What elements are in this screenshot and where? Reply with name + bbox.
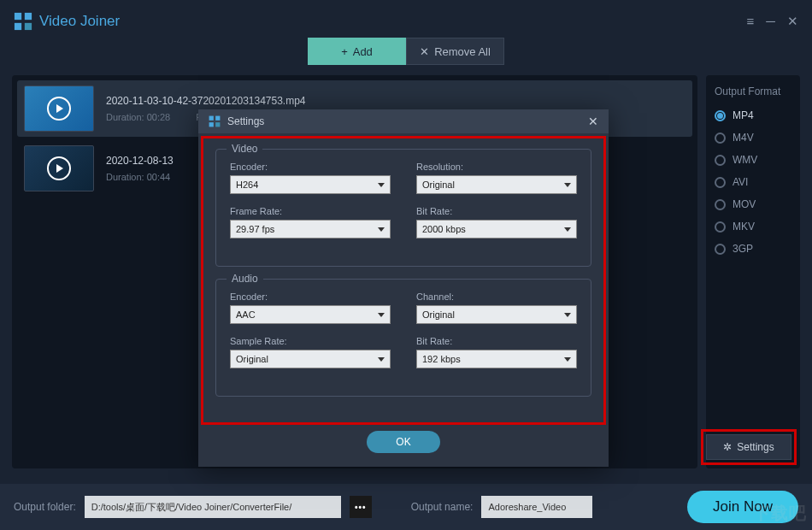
- svg-rect-0: [15, 13, 21, 20]
- settings-button-label: Settings: [737, 441, 774, 453]
- output-folder-input[interactable]: [85, 496, 341, 518]
- radio-icon: [715, 132, 726, 144]
- video-fieldset: Video Encoder: H264 Resolution: Original…: [215, 149, 591, 267]
- svg-rect-2: [15, 23, 21, 30]
- settings-icon: [209, 115, 221, 127]
- audio-channel-label: Channel:: [416, 292, 577, 302]
- output-name-input[interactable]: [481, 496, 592, 518]
- video-resolution-select[interactable]: Original: [416, 175, 577, 194]
- close-icon[interactable]: ✕: [787, 14, 798, 29]
- chevron-down-icon: [378, 313, 385, 317]
- svg-rect-6: [209, 122, 214, 127]
- svg-rect-1: [25, 13, 32, 20]
- video-framerate-label: Frame Rate:: [230, 206, 391, 216]
- settings-modal-footer: OK: [198, 427, 609, 467]
- radio-icon: [715, 244, 726, 255]
- remove-all-label: Remove All: [434, 45, 491, 58]
- format-radio-wmv[interactable]: WMV: [715, 154, 791, 166]
- ok-button[interactable]: OK: [367, 431, 440, 453]
- audio-encoder-label: Encoder:: [230, 292, 391, 302]
- app-title: Video Joiner: [39, 13, 120, 30]
- join-now-button[interactable]: Join Now: [687, 491, 798, 523]
- play-icon: [47, 156, 71, 180]
- output-format-panel: Output Format MP4 M4V WMV AVI MOV MKV 3G…: [706, 75, 800, 468]
- video-bitrate-select[interactable]: 2000 kbps: [416, 220, 577, 238]
- format-radio-avi[interactable]: AVI: [715, 176, 791, 188]
- radio-icon: [715, 177, 726, 188]
- chevron-down-icon: [378, 357, 385, 362]
- play-icon: [47, 97, 71, 121]
- format-radio-mkv[interactable]: MKV: [715, 221, 791, 233]
- video-thumbnail[interactable]: [24, 85, 94, 132]
- settings-button-highlight: ✲ Settings: [701, 429, 797, 465]
- video-encoder-select[interactable]: H264: [230, 175, 391, 194]
- chevron-down-icon: [564, 227, 571, 232]
- chevron-down-icon: [564, 183, 571, 187]
- gear-icon: ✲: [723, 441, 732, 453]
- video-framerate-select[interactable]: 29.97 fps: [230, 220, 391, 238]
- app-logo: Video Joiner: [14, 12, 120, 31]
- toolbar: + Add ✕ Remove All: [0, 38, 812, 68]
- format-radio-mp4[interactable]: MP4: [715, 109, 791, 121]
- settings-modal-header: Settings ✕: [198, 109, 609, 133]
- video-legend: Video: [227, 143, 262, 155]
- audio-fieldset: Audio Encoder: AAC Channel: Original Sam…: [215, 279, 591, 397]
- audio-samplerate-label: Sample Rate:: [230, 336, 391, 346]
- audio-legend: Audio: [227, 273, 263, 285]
- settings-button[interactable]: ✲ Settings: [706, 434, 791, 460]
- format-radio-3gp[interactable]: 3GP: [715, 243, 791, 255]
- radio-icon: [715, 110, 726, 121]
- radio-icon: [715, 221, 726, 233]
- chevron-down-icon: [564, 357, 571, 362]
- add-button-label: Add: [353, 45, 373, 58]
- audio-bitrate-label: Bit Rate:: [416, 336, 577, 346]
- settings-modal-title: Settings: [227, 115, 581, 127]
- bottom-bar: Output folder: ••• Output name: Join Now: [0, 484, 812, 530]
- chevron-down-icon: [378, 227, 385, 232]
- svg-rect-4: [209, 116, 214, 121]
- add-button[interactable]: + Add: [308, 38, 406, 65]
- video-encoder-label: Encoder:: [230, 162, 391, 172]
- plus-icon: +: [341, 45, 348, 58]
- audio-encoder-select[interactable]: AAC: [230, 305, 391, 324]
- video-thumbnail[interactable]: [24, 145, 94, 191]
- x-icon: ✕: [420, 45, 429, 58]
- audio-bitrate-select[interactable]: 192 kbps: [416, 350, 577, 368]
- svg-rect-5: [215, 116, 220, 121]
- audio-samplerate-select[interactable]: Original: [230, 350, 391, 368]
- svg-rect-3: [25, 23, 32, 30]
- file-name: 2020-11-03-10-42-3720201203134753.mp4: [106, 95, 332, 107]
- format-radio-mov[interactable]: MOV: [715, 198, 791, 210]
- file-name: 2020-12-08-13: [106, 155, 174, 167]
- app-logo-icon: [14, 12, 32, 31]
- radio-icon: [715, 199, 726, 210]
- output-name-label: Output name:: [411, 501, 474, 513]
- titlebar: Video Joiner ≡ ─ ✕: [0, 0, 812, 43]
- output-format-title: Output Format: [715, 85, 791, 97]
- file-meta: Duration: 00:44: [106, 172, 174, 182]
- radio-icon: [715, 155, 726, 166]
- video-bitrate-label: Bit Rate:: [416, 206, 577, 216]
- format-radio-m4v[interactable]: M4V: [715, 132, 791, 144]
- audio-channel-select[interactable]: Original: [416, 305, 577, 324]
- settings-close-icon[interactable]: ✕: [588, 115, 598, 128]
- minimize-icon[interactable]: ─: [766, 14, 775, 29]
- chevron-down-icon: [564, 313, 571, 317]
- svg-rect-7: [215, 122, 220, 127]
- window-controls: ≡ ─ ✕: [747, 14, 798, 29]
- browse-button[interactable]: •••: [350, 496, 372, 518]
- settings-modal-body: Video Encoder: H264 Resolution: Original…: [201, 136, 606, 425]
- file-info: 2020-12-08-13 Duration: 00:44: [106, 155, 174, 182]
- menu-icon[interactable]: ≡: [747, 14, 755, 29]
- settings-modal: Settings ✕ Video Encoder: H264 Resolutio…: [198, 109, 609, 467]
- chevron-down-icon: [378, 183, 385, 187]
- remove-all-button[interactable]: ✕ Remove All: [406, 38, 504, 65]
- video-resolution-label: Resolution:: [416, 162, 577, 172]
- output-folder-label: Output folder:: [14, 501, 76, 513]
